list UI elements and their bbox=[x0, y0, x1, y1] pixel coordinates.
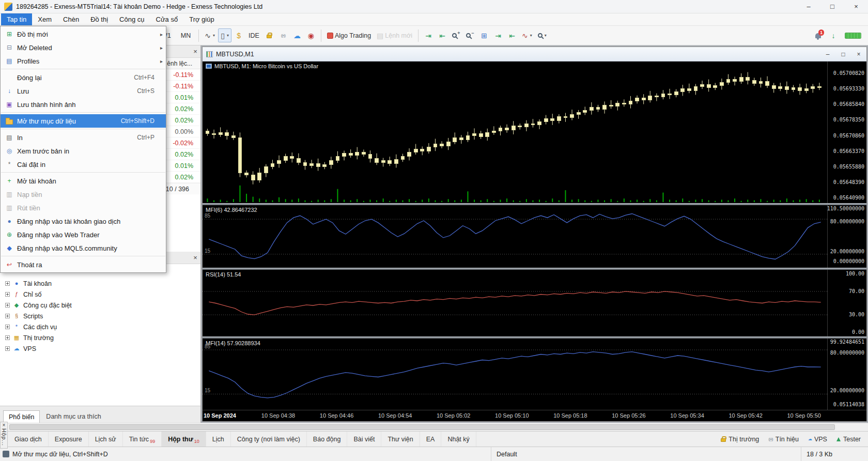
menu-item-open-data-folder[interactable]: Mở thư mục dữ liệuCtrl+Shift+D bbox=[1, 114, 166, 128]
expand-plus-icon[interactable] bbox=[5, 346, 10, 351]
quotes-button[interactable]: $ bbox=[232, 28, 245, 42]
price-plot[interactable]: MBTUSD, M1: Micro Bitcoin vs US Dollar bbox=[203, 62, 827, 203]
toolbox-tab-thu-vien[interactable]: Thư viện bbox=[381, 432, 420, 447]
signals-button[interactable]: ((•)) bbox=[276, 28, 290, 42]
navigator-item-market[interactable]: ▦Thị trường bbox=[0, 332, 200, 343]
toolbox-tab-ea[interactable]: EA bbox=[420, 432, 442, 447]
menu-item-save[interactable]: ↓LưuCtrl+S bbox=[1, 84, 166, 98]
menu-item-save-as-picture[interactable]: ▣Lưu thành hình ảnh bbox=[1, 98, 166, 111]
toolbox-tab-tin-tuc[interactable]: Tin tức99 bbox=[123, 432, 162, 447]
mfi14-plot[interactable]: MFI(14) 57.902889348515 bbox=[203, 339, 827, 410]
expand-plus-icon[interactable] bbox=[5, 292, 10, 297]
zoom-out-button[interactable]: − bbox=[463, 28, 477, 42]
window-minimize-button[interactable]: – bbox=[797, 0, 820, 13]
menu-item-print-setup[interactable]: *Cài đặt in bbox=[1, 158, 166, 171]
market-watch-close-icon[interactable]: × bbox=[190, 48, 200, 55]
expand-plus-icon[interactable] bbox=[5, 314, 10, 318]
menu-tools[interactable]: Công cụ bbox=[114, 13, 150, 25]
tester-status[interactable]: Tester bbox=[836, 436, 861, 443]
menu-item-open-account[interactable]: +Mở tài khoản bbox=[1, 174, 166, 188]
statusbar-profile[interactable]: Default bbox=[491, 447, 801, 461]
navigator-item-scripts[interactable]: §Scripts bbox=[0, 311, 200, 321]
rsi-plot[interactable]: RSI(14) 51.54 bbox=[203, 270, 827, 336]
expand-plus-icon[interactable] bbox=[5, 335, 10, 340]
navigator-item-accounts[interactable]: ●Tài khoản bbox=[0, 278, 200, 289]
navigator-item-services[interactable]: *Các dịch vụ bbox=[0, 321, 200, 332]
toolbox-tab-exposure[interactable]: Exposure bbox=[49, 432, 89, 447]
timeframe-mn-button[interactable]: MN bbox=[176, 30, 195, 41]
mfi6-scale[interactable]: 110.5000000080.0000000020.000000000.0000… bbox=[827, 205, 866, 268]
chart-minimize-button[interactable]: – bbox=[820, 51, 835, 58]
menu-item-print[interactable]: ▤InCtrl+P bbox=[1, 131, 166, 144]
community-button[interactable]: ◉ bbox=[304, 28, 318, 42]
toolbox-tab-hop-thu[interactable]: Hộp thư10 bbox=[162, 432, 206, 447]
mfi6-plot[interactable]: MFI(6) 42.864672328515 bbox=[203, 205, 827, 268]
symbol-search-button[interactable]: ▾ bbox=[535, 28, 549, 42]
window-maximize-button[interactable]: □ bbox=[820, 0, 844, 13]
vps-status[interactable]: ☁VPS bbox=[808, 436, 827, 443]
chart-shift-button[interactable]: ⇤ bbox=[505, 28, 519, 42]
menu-file[interactable]: Tap tin bbox=[1, 13, 32, 25]
toolbox-tab-bao-dong[interactable]: Báo động bbox=[307, 432, 348, 447]
scrollbar-thumb[interactable] bbox=[9, 424, 835, 430]
menu-item-exit[interactable]: ↩Thoát ra bbox=[1, 258, 166, 271]
rsi-scale[interactable]: 100.0070.0030.000.00 bbox=[827, 270, 866, 336]
menu-insert[interactable]: Chèn bbox=[57, 13, 85, 25]
updates-button[interactable]: ↓ bbox=[827, 28, 840, 42]
ide-button[interactable]: IDE bbox=[246, 28, 262, 42]
toolbox-tab-giao-dich[interactable]: Giao dịch bbox=[8, 432, 49, 447]
connection-status[interactable] bbox=[842, 28, 864, 42]
toolbox-tab-lich[interactable]: Lịch bbox=[206, 432, 231, 447]
toolbox-tab-lich-su[interactable]: Lịch sử bbox=[89, 432, 123, 447]
price-scale[interactable]: 0.057008200.056933300.056858400.05678350… bbox=[827, 62, 866, 203]
price-scale-button[interactable]: ⇥ bbox=[422, 28, 435, 42]
indicators-button[interactable]: ∿▾ bbox=[519, 28, 535, 42]
menu-charts[interactable]: Đồ thị bbox=[85, 13, 114, 25]
auto-scroll-button[interactable]: ⇥ bbox=[491, 28, 505, 42]
lock-button[interactable] bbox=[262, 28, 276, 42]
time-axis[interactable]: 10 Sep 202410 Sep 04:3810 Sep 04:4610 Se… bbox=[203, 410, 866, 421]
horizontal-scrollbar[interactable] bbox=[0, 423, 868, 431]
menu-item-profiles[interactable]: ▤Profiles▸ bbox=[1, 54, 166, 68]
market-status[interactable]: Thị trường bbox=[721, 436, 759, 443]
chart-close-button[interactable]: × bbox=[851, 51, 866, 58]
menu-item-new-chart[interactable]: ⊞Đồ thị mới▸ bbox=[1, 27, 166, 41]
window-close-button[interactable]: × bbox=[844, 0, 868, 13]
signals-status[interactable]: ((•))Tín hiệu bbox=[768, 436, 799, 443]
navigator-close-icon[interactable]: × bbox=[190, 254, 200, 262]
navigator-item-indicators[interactable]: ƒChỉ số bbox=[0, 289, 200, 300]
equidistant-scale-button[interactable]: ⇤ bbox=[436, 28, 449, 42]
chart-window-titlebar[interactable]: MBTUSD,M1 – □ × bbox=[203, 47, 866, 62]
menu-view[interactable]: Xem bbox=[32, 13, 57, 25]
navigator-item-vps[interactable]: ☁VPS bbox=[0, 343, 200, 354]
candle-chart-type-button[interactable]: ▯▾ bbox=[218, 28, 231, 42]
side-tab-close-icon[interactable]: × bbox=[3, 423, 6, 428]
notifications-button[interactable]: 1 bbox=[811, 28, 825, 42]
line-chart-type-button[interactable]: ∿▾ bbox=[202, 28, 218, 42]
navigator-item-expert-advisors[interactable]: ◆Công cụ đặc biệt bbox=[0, 300, 200, 311]
menu-help[interactable]: Trợ giúp bbox=[183, 13, 220, 25]
menu-item-login-mql5-community[interactable]: ◆Đăng nhập vào MQL5.community bbox=[1, 241, 166, 255]
menu-item-login-trade-account[interactable]: ●Đăng nhập vào tài khoản giao dịch bbox=[1, 214, 166, 228]
chart-maximize-button[interactable]: □ bbox=[835, 51, 851, 58]
menu-item-close-chart[interactable]: Đóng lạiCtrl+F4 bbox=[1, 71, 166, 84]
toolbox-tab-bai-viet[interactable]: Bài viết bbox=[347, 432, 381, 447]
tile-windows-button[interactable]: ⊞ bbox=[477, 28, 491, 42]
menu-item-open-deleted[interactable]: ⊟Mở Deleted▸ bbox=[1, 41, 166, 54]
expand-plus-icon[interactable] bbox=[5, 281, 10, 286]
menu-window[interactable]: Cửa sổ bbox=[150, 13, 184, 25]
menu-item-login-web-trader[interactable]: ⊕Đăng nhập vào Web Trader bbox=[1, 228, 166, 241]
window-titlebar[interactable]: 189264285 - Exness-MT5Trial14: Tài khoản… bbox=[0, 0, 868, 13]
toolbox-tab-cong-ty[interactable]: Công ty (nơi làm việc) bbox=[231, 432, 307, 447]
toolbox-tab-nhat-ky[interactable]: Nhật ký bbox=[441, 432, 476, 447]
mfi14-scale[interactable]: 99.9248465180.0000000020.000000000.05114… bbox=[827, 339, 866, 410]
toolbox-side-tab[interactable]: × Hộp... bbox=[0, 422, 8, 449]
cloud-button[interactable]: ☁ bbox=[290, 28, 304, 42]
tab-popular[interactable]: Phổ biến bbox=[3, 410, 40, 423]
expand-plus-icon[interactable] bbox=[5, 303, 10, 308]
tab-favorites[interactable]: Danh mục ưa thích bbox=[41, 410, 106, 423]
algo-trading-button[interactable]: Algo Trading bbox=[324, 28, 374, 42]
zoom-in-button[interactable]: + bbox=[450, 28, 463, 42]
expand-plus-icon[interactable] bbox=[5, 325, 10, 329]
menu-item-print-preview[interactable]: ◎Xem trước bản in bbox=[1, 144, 166, 158]
